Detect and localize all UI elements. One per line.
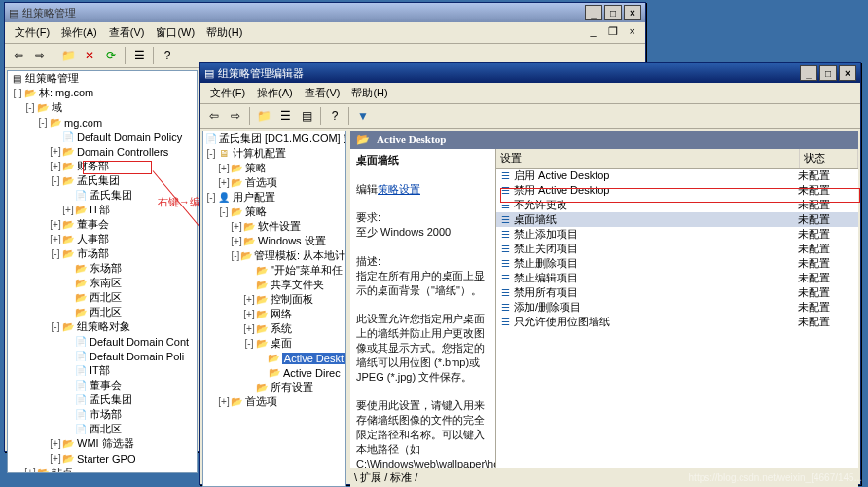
mdi-close-button[interactable]: × — [626, 24, 639, 38]
expand-icon[interactable]: [-] — [12, 88, 23, 98]
tree-item[interactable]: [+]📂软件设置 — [203, 219, 345, 234]
policy-row[interactable]: ☰禁止关闭项目未配置 — [496, 242, 858, 256]
tree-item[interactable]: 📄孟氏集团 — [8, 188, 197, 203]
options-button[interactable]: ☰ — [275, 106, 295, 126]
policy-row[interactable]: ☰禁止删除项目未配置 — [496, 256, 858, 271]
expand-icon[interactable]: [+] — [50, 438, 61, 449]
policy-row[interactable]: ☰不允许更改未配置 — [496, 198, 858, 212]
tree-item[interactable]: 📂东南区 — [8, 276, 197, 290]
tree-item[interactable]: [+]📂人事部 — [8, 232, 197, 246]
tree-item[interactable]: [-]🖥计算机配置 — [203, 146, 345, 161]
tree-root[interactable]: ▤组策略管理 — [8, 71, 197, 86]
tree-item[interactable]: [+]📂Windows 设置 — [203, 234, 345, 248]
expand-icon[interactable]: [+] — [50, 453, 61, 464]
tree-item[interactable]: 📂所有设置 — [203, 380, 345, 394]
tree-item[interactable]: 📄西北区 — [8, 422, 197, 436]
tree-item[interactable]: 📂西北区 — [8, 305, 197, 319]
close-button[interactable]: × — [624, 5, 641, 20]
policy-row[interactable]: ☰禁用所有项目未配置 — [496, 285, 858, 300]
gpedit-titlebar[interactable]: ▤ 组策略管理编辑器 _ □ × — [200, 63, 860, 83]
back-button[interactable]: ⇦ — [9, 46, 28, 65]
maximize-button[interactable]: □ — [819, 65, 837, 81]
tree-item[interactable]: [+]📂董事会 — [8, 217, 197, 232]
forward-button[interactable]: ⇨ — [30, 46, 50, 65]
policy-row[interactable]: ☰添加/删除项目未配置 — [496, 300, 858, 315]
minimize-button[interactable]: _ — [800, 65, 817, 81]
tree-item[interactable]: 📂"开始"菜单和任 — [203, 263, 345, 278]
maximize-button[interactable]: □ — [604, 5, 622, 20]
expand-icon[interactable]: [-] — [37, 117, 49, 128]
expand-icon[interactable]: [+] — [218, 396, 230, 407]
policy-row[interactable]: ☰禁用 Active Desktop未配置 — [496, 183, 858, 198]
expand-icon[interactable]: [+] — [50, 219, 61, 230]
expand-icon[interactable]: [-] — [243, 338, 255, 349]
policy-list-pane[interactable]: 设置 状态 ☰启用 Active Desktop未配置☰禁用 Active De… — [496, 149, 858, 468]
minimize-button[interactable]: _ — [585, 5, 602, 20]
expand-icon[interactable]: [+] — [218, 163, 230, 173]
tree-item[interactable]: [+]📂Starter GPO — [8, 451, 197, 466]
expand-icon[interactable]: [-] — [231, 250, 240, 261]
expand-icon[interactable]: [+] — [243, 323, 255, 334]
tree-item[interactable]: 📄IT部 — [8, 363, 197, 378]
tree-item[interactable]: 📄Default Domain Cont — [8, 334, 197, 349]
tree-item[interactable]: [-]📂桌面 — [203, 336, 345, 351]
gpedit-tree[interactable]: 📄孟氏集团 [DC1.MG.COM] 策略[-]🖥计算机配置[+]📂策略[+]📂… — [202, 131, 346, 487]
tree-item[interactable]: 📄Default Domain Poli — [8, 349, 197, 363]
menu-help[interactable]: 帮助(H) — [202, 24, 246, 41]
properties-button[interactable]: ☰ — [129, 46, 149, 65]
tree-item[interactable]: [+]📂IT部 — [8, 203, 197, 217]
expand-icon[interactable]: [+] — [24, 468, 36, 473]
tree-item[interactable]: [+]📂财务部 — [8, 159, 197, 173]
tree-item[interactable]: 📂西北区 — [8, 290, 197, 305]
expand-icon[interactable]: [+] — [50, 234, 61, 244]
tree-item[interactable]: [+]📂首选项 — [203, 394, 345, 409]
tree-item[interactable]: 📄董事会 — [8, 378, 197, 393]
expand-icon[interactable]: [-] — [50, 175, 61, 186]
policy-row[interactable]: ☰桌面墙纸未配置 — [496, 212, 858, 227]
tree-item[interactable]: [-]📂市场部 — [8, 246, 197, 261]
expand-icon[interactable]: [-] — [218, 206, 230, 217]
tree-item[interactable]: [-]📂策略 — [203, 205, 345, 219]
help-button[interactable]: ? — [325, 106, 344, 126]
up-button[interactable]: 📁 — [58, 46, 78, 65]
menu-file[interactable]: 文件(F) — [11, 24, 54, 41]
expand-icon[interactable]: [+] — [243, 294, 255, 305]
up-button[interactable]: 📁 — [254, 106, 273, 126]
tree-item[interactable]: [-]📂孟氏集团 — [8, 173, 197, 188]
tree-item[interactable]: 📂Active Deskt — [203, 351, 345, 365]
tree-item[interactable]: [-]📂组策略对象 — [8, 319, 197, 334]
tree-item[interactable]: 📂Active Direc — [203, 365, 345, 380]
expand-icon[interactable]: [+] — [218, 177, 230, 188]
tree-item[interactable]: [+]📂策略 — [203, 161, 345, 175]
gpmc-tree[interactable]: ▤组策略管理[-]📂林: mg.com[-]📂域[-]📂mg.com📄Defau… — [7, 70, 198, 473]
tree-item[interactable]: [+]📂WMI 筛选器 — [8, 436, 197, 451]
filter-button[interactable]: ▼ — [353, 106, 373, 126]
tree-item[interactable]: [-]📂林: mg.com — [8, 86, 197, 100]
help-button[interactable]: ? — [158, 46, 177, 65]
menu-action[interactable]: 操作(A) — [57, 24, 101, 41]
expand-icon[interactable]: [+] — [231, 236, 242, 246]
menu-view[interactable]: 查看(V) — [301, 85, 344, 101]
edit-policy-link[interactable]: 策略设置 — [378, 183, 420, 195]
expand-icon[interactable]: [-] — [205, 148, 217, 159]
tree-item[interactable]: [+]📂系统 — [203, 321, 345, 336]
policy-row[interactable]: ☰只允许使用位图墙纸未配置 — [496, 315, 858, 329]
expand-icon[interactable]: [+] — [50, 161, 61, 171]
menu-view[interactable]: 查看(V) — [105, 24, 149, 41]
col-setting[interactable]: 设置 — [496, 149, 800, 168]
tree-item[interactable]: 📂共享文件夹 — [203, 278, 345, 292]
mdi-restore-button[interactable]: ❐ — [604, 24, 622, 38]
forward-button[interactable]: ⇨ — [226, 106, 245, 126]
tabs-label[interactable]: 扩展 / 标准 / — [360, 471, 417, 483]
tree-item[interactable]: [+]📂站点 — [8, 466, 197, 473]
expand-icon[interactable]: [-] — [50, 321, 61, 332]
menu-window[interactable]: 窗口(W) — [152, 24, 199, 41]
tree-item[interactable]: [-]📂域 — [8, 100, 197, 115]
policy-row[interactable]: ☰禁止编辑项目未配置 — [496, 271, 858, 285]
tree-item[interactable]: [-]👤用户配置 — [203, 190, 345, 205]
policy-row[interactable]: ☰禁止添加项目未配置 — [496, 227, 858, 242]
delete-button[interactable]: ✕ — [80, 46, 99, 65]
mdi-minimize-button[interactable]: _ — [586, 24, 599, 38]
tree-item[interactable]: 📄孟氏集团 — [8, 393, 197, 407]
menu-help[interactable]: 帮助(H) — [347, 85, 391, 101]
